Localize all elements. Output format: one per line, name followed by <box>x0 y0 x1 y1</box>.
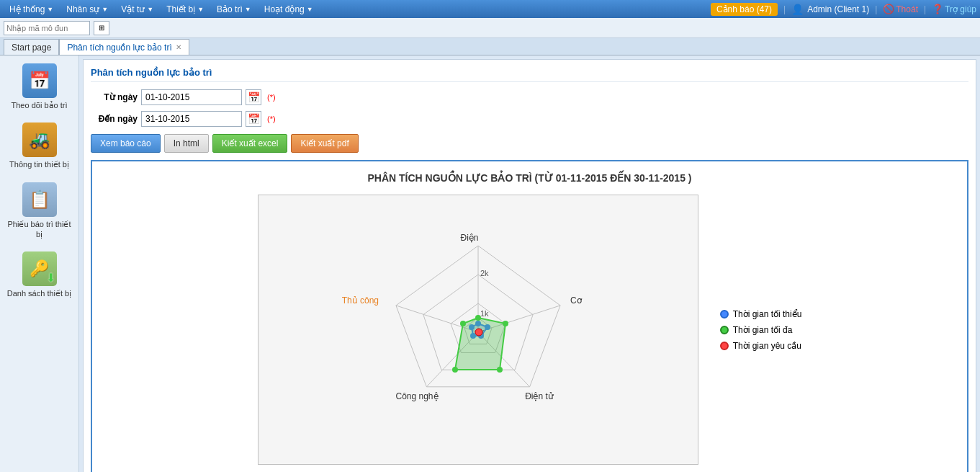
svg-text:Cơ: Cơ <box>570 295 583 306</box>
content-panel: Phân tích nguồn lực bảo trì Từ ngày 📅 (*… <box>83 59 976 472</box>
chevron-down-icon: ▼ <box>147 6 153 13</box>
tab-start-page[interactable]: Start page <box>4 39 59 55</box>
panel-title: Phân tích nguồn lực bảo trì <box>91 67 968 82</box>
svg-point-26 <box>497 367 503 373</box>
list-download-icon: 🔑 <box>22 251 57 286</box>
nav-he-thong[interactable]: Hệ thống ▼ <box>4 3 59 16</box>
legend-label-toi-thieu: Thời gian tối thiểu <box>733 309 802 319</box>
top-navigation: Hệ thống ▼ Nhân sự ▼ Vật tư ▼ Thiết bị ▼… <box>0 0 980 18</box>
module-input[interactable] <box>4 21 90 35</box>
svg-text:2k: 2k <box>480 269 489 277</box>
toolbar: ⊞ <box>0 18 980 38</box>
thoat-button[interactable]: 🚫 Thoát <box>883 4 918 14</box>
legend-dot-red <box>720 342 729 350</box>
sidebar-label-phieu-bao: Phiếu báo trì thiết bị <box>6 219 73 240</box>
svg-point-25 <box>503 321 508 326</box>
nav-bao-tri[interactable]: Bảo trì ▼ <box>211 3 257 16</box>
den-ngay-input[interactable] <box>141 111 242 127</box>
sidebar-item-thong-tin-thiet-bi[interactable]: 🚜 Thông tin thiết bị <box>4 118 76 174</box>
sidebar-item-phieu-bao-tri[interactable]: 📋 Phiếu báo trì thiết bị <box>4 178 76 244</box>
chevron-down-icon: ▼ <box>307 6 313 13</box>
grid-view-button[interactable]: ⊞ <box>94 21 109 35</box>
legend-dot-green <box>720 326 729 334</box>
sidebar-item-theo-doi-bao-tri[interactable]: 📅 Theo dõi bảo trì <box>4 59 76 115</box>
tro-giup-button[interactable]: ❓ Trợ giúp <box>932 4 976 14</box>
svg-text:1k: 1k <box>480 309 489 318</box>
chevron-down-icon: ▼ <box>47 6 53 13</box>
legend-item-toi-thieu: Thời gian tối thiểu <box>720 309 802 319</box>
legend-item-yeu-cau: Thời gian yêu cầu <box>720 341 802 351</box>
svg-text:Điện tử: Điện tử <box>525 391 554 401</box>
action-buttons: Xem báo cáo In html Kiết xuất excel Kiết… <box>91 134 968 153</box>
legend-item-toi-da: Thời gian tối đa <box>720 325 802 335</box>
chevron-down-icon: ▼ <box>197 6 204 13</box>
den-ngay-label: Đến ngày <box>91 114 138 124</box>
radar-chart: .grid-line { fill: none; stroke: #c0c0c0… <box>258 195 698 465</box>
chart-container: PHÂN TÍCH NGUỒN LỰC BẢO TRÌ (TỪ 01-11-20… <box>91 160 968 472</box>
nav-hoat-dong[interactable]: Hoạt động ▼ <box>259 3 319 16</box>
sidebar-label-theo-doi: Theo dõi bảo trì <box>12 100 68 110</box>
nav-thiet-bi[interactable]: Thiết bị ▼ <box>161 3 210 16</box>
nav-nhan-su[interactable]: Nhân sự ▼ <box>60 3 114 16</box>
no-icon: 🚫 <box>883 4 894 14</box>
sidebar-label-danh-sach: Danh sách thiết bị <box>7 288 72 298</box>
help-icon: ❓ <box>932 4 943 14</box>
svg-point-29 <box>475 329 482 336</box>
main-content: Phân tích nguồn lực bảo trì Từ ngày 📅 (*… <box>79 55 980 472</box>
tab-phan-tich[interactable]: Phân tích nguồn lực bảo trì ✕ <box>59 39 189 55</box>
chart-inner: .grid-line { fill: none; stroke: #c0c0c0… <box>103 195 956 465</box>
nav-right: Cảnh báo (47) | 👤 Admin (Client 1) | 🚫 T… <box>711 3 976 16</box>
svg-text:Thủ công: Thủ công <box>341 295 378 306</box>
admin-area: 👤 Admin (Client 1) | 🚫 Thoát | ❓ Trợ giú… <box>791 4 976 15</box>
chart-title: PHÂN TÍCH NGUỒN LỰC BẢO TRÌ (TỪ 01-11-20… <box>103 172 956 184</box>
forklift-icon: 🚜 <box>22 123 57 157</box>
den-ngay-required: (*) <box>267 115 276 123</box>
tabs-bar: Start page Phân tích nguồn lực bảo trì ✕ <box>0 38 980 55</box>
nav-menu-left: Hệ thống ▼ Nhân sự ▼ Vật tư ▼ Thiết bị ▼… <box>4 3 319 16</box>
tab-close-icon[interactable]: ✕ <box>176 43 181 51</box>
svg-point-27 <box>452 367 458 373</box>
legend-label-toi-da: Thời gian tối đa <box>733 325 793 335</box>
calendar-icon: 📅 <box>22 63 57 98</box>
xem-bao-cao-button[interactable]: Xem báo cáo <box>91 134 161 153</box>
legend-label-yeu-cau: Thời gian yêu cầu <box>733 341 801 351</box>
legend-dot-blue <box>720 310 729 319</box>
canh-bao-button[interactable]: Cảnh báo (47) <box>711 3 778 16</box>
user-icon: 👤 <box>791 4 804 15</box>
chart-legend: Thời gian tối thiểu Thời gian tối đa Thờ… <box>713 309 802 351</box>
in-html-button[interactable]: In html <box>164 134 209 153</box>
svg-text:Điện: Điện <box>460 233 478 243</box>
main-layout: 📅 Theo dõi bảo trì 🚜 Thông tin thiết bị … <box>0 55 980 472</box>
report-icon: 📋 <box>22 182 57 217</box>
radar-svg: .grid-line { fill: none; stroke: #c0c0c0… <box>269 206 687 451</box>
sidebar-item-danh-sach-thiet-bi[interactable]: 🔑 Danh sách thiết bị <box>4 247 76 303</box>
form-row-den-ngay: Đến ngày 📅 (*) <box>91 111 968 127</box>
form-row-tu-ngay: Từ ngày 📅 (*) <box>91 89 968 105</box>
svg-point-28 <box>460 321 466 326</box>
sidebar-label-thong-tin: Thông tin thiết bị <box>9 159 69 169</box>
chevron-down-icon: ▼ <box>245 6 251 13</box>
kiet-xuat-pdf-button[interactable]: Kiết xuất pdf <box>291 134 358 153</box>
tu-ngay-label: Từ ngày <box>91 92 138 102</box>
sidebar: 📅 Theo dõi bảo trì 🚜 Thông tin thiết bị … <box>0 55 79 472</box>
nav-vat-tu[interactable]: Vật tư ▼ <box>115 3 159 16</box>
tu-ngay-required: (*) <box>267 93 276 102</box>
den-ngay-calendar-button[interactable]: 📅 <box>246 111 261 127</box>
tu-ngay-input[interactable] <box>141 89 242 105</box>
svg-point-24 <box>475 315 481 321</box>
tu-ngay-calendar-button[interactable]: 📅 <box>246 89 261 105</box>
svg-text:Công nghệ: Công nghệ <box>395 391 438 401</box>
admin-label: Admin (Client 1) <box>807 4 869 14</box>
kiet-xuat-excel-button[interactable]: Kiết xuất excel <box>212 134 288 153</box>
chevron-down-icon: ▼ <box>102 6 108 13</box>
